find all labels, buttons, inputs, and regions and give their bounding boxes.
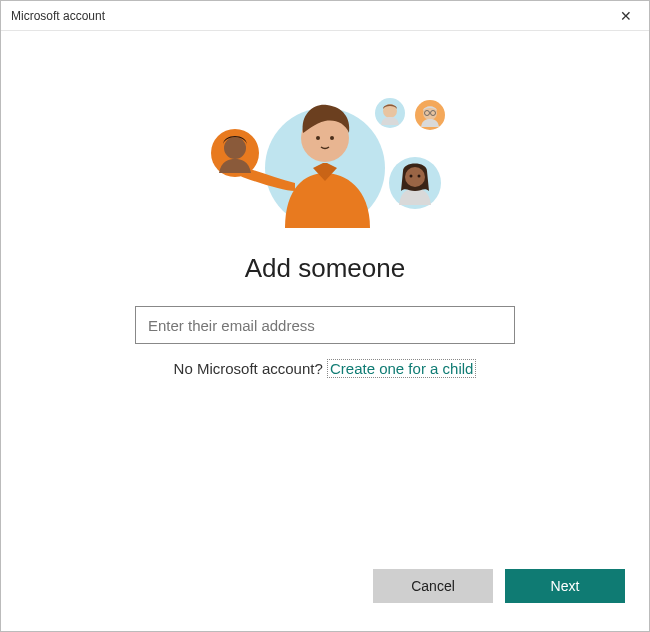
create-child-account-link[interactable]: Create one for a child xyxy=(327,359,476,378)
next-button[interactable]: Next xyxy=(505,569,625,603)
content-area: Add someone No Microsoft account? Create… xyxy=(1,31,649,561)
svg-point-9 xyxy=(410,175,413,178)
email-input[interactable] xyxy=(135,306,515,344)
window-title: Microsoft account xyxy=(9,9,105,23)
svg-point-8 xyxy=(405,167,425,187)
titlebar: Microsoft account ✕ xyxy=(1,1,649,31)
page-heading: Add someone xyxy=(245,253,405,284)
cancel-button[interactable]: Cancel xyxy=(373,569,493,603)
dialog-window: Microsoft account ✕ xyxy=(0,0,650,632)
no-account-prompt: No Microsoft account? Create one for a c… xyxy=(174,360,477,377)
svg-point-5 xyxy=(224,137,246,159)
dialog-footer: Cancel Next xyxy=(1,561,649,631)
close-icon[interactable]: ✕ xyxy=(611,1,641,31)
no-account-text: No Microsoft account? xyxy=(174,360,327,377)
svg-point-10 xyxy=(418,175,421,178)
svg-point-2 xyxy=(316,136,320,140)
family-illustration xyxy=(175,83,475,233)
svg-point-3 xyxy=(330,136,334,140)
